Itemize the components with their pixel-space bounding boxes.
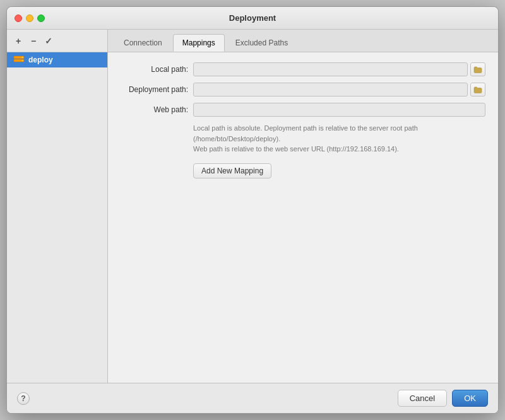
tab-excluded-paths[interactable]: Excluded Paths — [226, 34, 297, 52]
tab-bar: Connection Mappings Excluded Paths — [108, 30, 498, 52]
add-new-mapping-button[interactable]: Add New Mapping — [193, 163, 271, 178]
bottom-buttons: Cancel OK — [398, 390, 488, 407]
ok-button[interactable]: OK — [452, 390, 488, 407]
local-path-browse-button[interactable] — [470, 62, 485, 76]
hint-text: Local path is absolute. Deployment path … — [121, 123, 485, 155]
deployment-window: Deployment + − ✓ deploy — [6, 6, 499, 414]
title-bar: Deployment — [7, 7, 498, 30]
folder-icon — [473, 66, 482, 73]
window-title: Deployment — [229, 13, 276, 23]
close-button[interactable] — [15, 15, 22, 22]
maximize-button[interactable] — [37, 15, 45, 22]
check-button[interactable]: ✓ — [42, 35, 55, 47]
deployment-path-browse-button[interactable] — [470, 83, 485, 96]
svg-point-2 — [22, 57, 23, 58]
sidebar-toolbar: + − ✓ — [7, 30, 107, 52]
tab-mappings[interactable]: Mappings — [173, 34, 225, 52]
local-path-input[interactable] — [193, 62, 468, 76]
right-panel: Connection Mappings Excluded Paths Local… — [108, 30, 498, 383]
minimize-button[interactable] — [26, 15, 33, 22]
deployment-path-row: Deployment path: — [121, 83, 485, 96]
cancel-button[interactable]: Cancel — [398, 390, 447, 407]
server-icon — [13, 55, 25, 64]
bottom-bar: ? Cancel OK — [7, 383, 498, 413]
sidebar: + − ✓ deploy — [7, 30, 108, 383]
main-content: + − ✓ deploy C — [7, 30, 498, 383]
web-path-row: Web path: — [121, 103, 485, 117]
window-controls — [15, 15, 45, 22]
sidebar-item-deploy[interactable]: deploy — [7, 52, 107, 67]
local-path-row: Local path: — [121, 62, 485, 76]
tab-content-mappings: Local path: Deployment path: — [108, 52, 498, 383]
remove-server-button[interactable]: − — [27, 35, 40, 47]
tab-connection[interactable]: Connection — [114, 34, 172, 52]
deployment-path-label: Deployment path: — [121, 85, 193, 94]
add-server-button[interactable]: + — [12, 35, 25, 47]
folder-icon — [473, 86, 482, 93]
local-path-input-wrapper — [193, 62, 485, 76]
local-path-label: Local path: — [121, 65, 193, 74]
web-path-label: Web path: — [121, 105, 193, 114]
sidebar-item-label: deploy — [28, 55, 53, 64]
svg-point-3 — [22, 60, 23, 61]
web-path-input[interactable] — [193, 103, 485, 117]
deployment-path-input-wrapper — [193, 83, 485, 96]
help-button[interactable]: ? — [17, 392, 30, 405]
web-path-input-wrapper — [193, 103, 485, 117]
deployment-path-input[interactable] — [193, 83, 468, 96]
